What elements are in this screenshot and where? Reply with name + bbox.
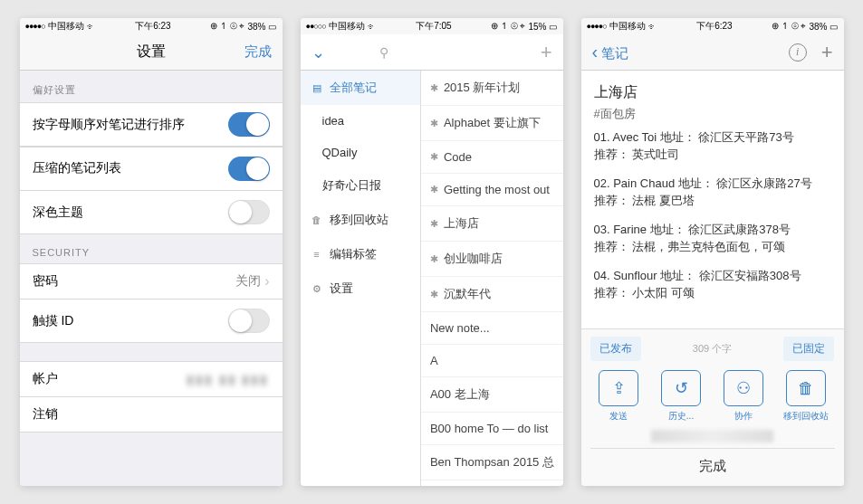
row-label: 密码 <box>33 273 58 290</box>
note-title: Ben Thompsan 2015 总 <box>430 454 554 471</box>
censored-area <box>651 430 773 442</box>
published-pill[interactable]: 已发布 <box>590 337 641 361</box>
folder-curiosity[interactable]: 好奇心日报 <box>301 168 420 203</box>
entry-line: 推荐： 法棍 夏巴塔 <box>594 192 831 210</box>
settings-body: 偏好设置 按字母顺序对笔记进行排序 压缩的笔记列表 深色主题 SECURITY … <box>20 71 283 486</box>
nav-bar: ‹ 笔记 i + <box>581 34 844 71</box>
folder-tags[interactable]: ≡ 编辑标签 <box>301 237 420 271</box>
row-account[interactable]: 帐户 ▮▮▮ ▮▮ ▮▮▮ <box>20 361 283 397</box>
carrier-label: 中国移动 <box>48 20 84 33</box>
toggle-compact[interactable] <box>228 157 270 181</box>
signal-dots: ●●○○○ <box>306 22 326 31</box>
folder-pane: ▤ 全部笔记 idea QDaily 好奇心日报 🗑 移到回收站 ≡ 编辑标签 … <box>301 71 421 486</box>
star-icon: ✱ <box>430 184 438 195</box>
note-item[interactable]: ✱Alphabet 要让旗下 <box>421 106 563 141</box>
note-item[interactable]: ✱Code <box>421 141 563 174</box>
entry-line: 04. Sunflour 地址： 徐汇区安福路308号 <box>594 267 831 285</box>
status-bar: ●●○○○ 中国移动 ᯤ 下午7:05 ⊕ ↿ ⦾ ⌖ 15% ▭ <box>301 18 563 34</box>
note-item[interactable]: A00 老上海 <box>421 377 563 413</box>
nav-bar: 设置 完成 <box>20 34 283 71</box>
info-button[interactable]: i <box>789 43 807 62</box>
row-compact-list[interactable]: 压缩的笔记列表 <box>20 147 283 191</box>
toggle-sort[interactable] <box>228 112 270 137</box>
note-item[interactable]: ✱上海店 <box>421 206 563 242</box>
word-count: 309 个字 <box>693 342 732 356</box>
add-note-button[interactable]: + <box>541 41 552 64</box>
wifi-icon: ᯤ <box>368 22 377 32</box>
search-icon[interactable]: ⚲ <box>379 45 388 60</box>
status-icons: ⊕ ↿ ⦾ ⌖ <box>491 21 525 32</box>
note-item[interactable]: A <box>421 345 563 377</box>
pinned-pill[interactable]: 已固定 <box>783 337 834 361</box>
row-label: 帐户 <box>33 371 58 387</box>
history-icon: ↺ <box>675 378 688 398</box>
done-button[interactable]: 完成 <box>590 448 835 479</box>
clock: 下午6:23 <box>696 20 732 33</box>
history-button[interactable]: ↺ 历史... <box>653 370 710 423</box>
note-item[interactable]: Ben Thompsan 2015 总 <box>421 445 563 480</box>
signal-dots: ●●●●○ <box>587 22 607 31</box>
note-item[interactable]: ✱2015 新年计划 <box>421 71 563 106</box>
battery-icon: ▭ <box>268 22 276 32</box>
row-dark-theme[interactable]: 深色主题 <box>20 190 283 234</box>
section-pref: 偏好设置 <box>20 71 283 102</box>
row-password[interactable]: 密码 关闭 › <box>20 263 283 300</box>
chevron-right-icon: › <box>264 273 269 290</box>
add-button[interactable]: + <box>821 41 833 64</box>
done-button[interactable]: 完成 <box>245 43 272 61</box>
row-logout[interactable]: 注销 <box>20 396 283 433</box>
wifi-icon: ᯤ <box>87 22 96 32</box>
star-icon: ✱ <box>430 151 438 163</box>
note-title: 上海店 <box>444 215 479 232</box>
page-title: 设置 <box>137 43 166 62</box>
toggle-dark[interactable] <box>228 200 270 224</box>
nav-bar: ⌄ ⚲ + <box>301 34 563 71</box>
note-item[interactable]: daili <box>421 480 563 486</box>
note-body[interactable]: 上海店 #面包房 01. Avec Toi 地址： 徐汇区天平路73号 推荐： … <box>581 71 844 328</box>
collab-button[interactable]: ⚇ 协作 <box>715 370 772 423</box>
star-icon: ✱ <box>430 118 438 129</box>
battery-pct: 38% <box>809 22 827 32</box>
status-bar: ●●●●○ 中国移动 ᯤ 下午6:23 ⊕ ↿ ⦾ ⌖ 38% ▭ <box>20 18 283 34</box>
entry-line: 推荐： 法棍，弗兰克特色面包，可颂 <box>594 238 831 256</box>
row-touchid[interactable]: 触摸 ID <box>20 299 283 343</box>
note-title: 沉默年代 <box>444 286 491 302</box>
note-entry: 03. Farine 地址： 徐汇区武康路378号 推荐： 法棍，弗兰克特色面包… <box>594 221 831 256</box>
trash-button[interactable]: 🗑 移到回收站 <box>778 370 835 423</box>
folder-label: idea <box>322 114 345 128</box>
note-entry: 04. Sunflour 地址： 徐汇区安福路308号 推荐： 小太阳 可颂 <box>594 267 831 302</box>
note-item[interactable]: ✱Getting the most out <box>421 174 563 206</box>
action-label: 移到回收站 <box>783 410 829 423</box>
trash-icon: 🗑 <box>798 379 814 398</box>
folder-settings[interactable]: ⚙ 设置 <box>301 271 420 306</box>
note-item[interactable]: B00 home To — do list <box>421 413 563 445</box>
chevron-down-icon[interactable]: ⌄ <box>312 43 325 62</box>
note-pane: ✱2015 新年计划 ✱Alphabet 要让旗下 ✱Code ✱Getting… <box>421 71 563 486</box>
row-sort-alpha[interactable]: 按字母顺序对笔记进行排序 <box>20 102 283 147</box>
note-item[interactable]: ✱创业咖啡店 <box>421 242 563 277</box>
battery-pct: 15% <box>528 22 546 32</box>
status-icons: ⊕ ↿ ⦾ ⌖ <box>210 21 245 32</box>
folder-idea[interactable]: idea <box>301 105 420 137</box>
note-entry: 01. Avec Toi 地址： 徐汇区天平路73号 推荐： 英式吐司 <box>594 128 831 164</box>
row-label: 触摸 ID <box>33 313 74 329</box>
folder-label: 全部笔记 <box>330 80 377 96</box>
folder-all-notes[interactable]: ▤ 全部笔记 <box>301 71 420 105</box>
status-bar: ●●●●○ 中国移动 ᯤ 下午6:23 ⊕ ↿ ⦾ ⌖ 38% ▭ <box>581 18 844 34</box>
toggle-touchid[interactable] <box>228 309 270 333</box>
battery-icon: ▭ <box>829 22 838 32</box>
folder-trash[interactable]: 🗑 移到回收站 <box>301 203 420 237</box>
account-value: ▮▮▮ ▮▮ ▮▮▮ <box>187 372 270 386</box>
note-title: A00 老上海 <box>430 386 490 403</box>
note-title: 2015 新年计划 <box>444 80 521 96</box>
back-button[interactable]: ‹ 笔记 <box>592 42 629 62</box>
note-title: B00 home To — do list <box>430 422 549 435</box>
note-item[interactable]: New note... <box>421 312 563 345</box>
note-title: New note... <box>430 321 490 335</box>
note-title: Code <box>444 150 472 164</box>
note-item[interactable]: ✱沉默年代 <box>421 277 563 312</box>
send-button[interactable]: ⇪ 发送 <box>590 370 647 423</box>
back-label: 笔记 <box>601 45 628 61</box>
folder-label: QDaily <box>322 146 358 159</box>
folder-qdaily[interactable]: QDaily <box>301 137 420 168</box>
